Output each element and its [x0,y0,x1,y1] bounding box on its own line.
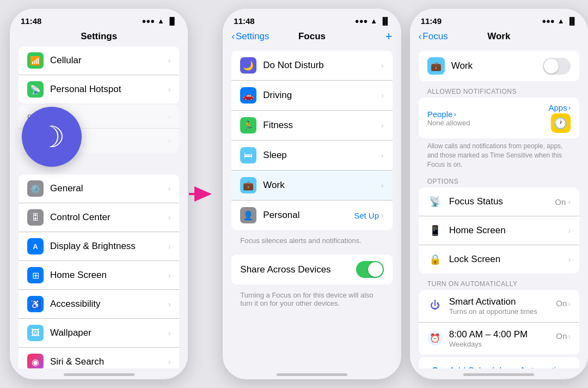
right-wifi-icon: ▲ [558,17,565,25]
share-toggle-switch[interactable] [356,261,384,278]
share-caption: Turning a Focus on for this device will … [223,289,401,313]
cellular-chevron: › [168,56,171,65]
driving-label: Driving [263,90,381,101]
middle-nav-header: ‹ Settings Focus + [223,29,401,46]
schedule-row[interactable]: ⏰ 8:00 AM – 4:00 PM Weekdays On › [419,323,579,355]
personal-row[interactable]: 👤 Personal Set Up › [231,201,392,230]
allowed-section-label: ALLOWED NOTIFICATIONS [410,83,588,98]
smart-right: On › [556,299,571,308]
work-toggle-thumb [544,59,559,74]
arrow-icon [188,185,214,203]
general-icon: ⚙️ [27,180,44,197]
work-focus-row[interactable]: 💼 Work › [231,171,392,201]
smart-activation-label: Smart Activation [449,296,556,307]
mid-wifi-icon: ▲ [370,17,377,25]
control-icon: 🎛 [27,209,44,226]
sleep-label: Sleep [263,150,381,161]
schedule-icon: ⏰ [427,330,443,345]
homescreen-row[interactable]: ⊞ Home Screen › [19,261,179,290]
right-panel: 11:49 ●●● ▲ ▐▌ ‹ Focus Work 💼 Work ALLOW… [410,9,588,379]
smart-activation-row[interactable]: ⏻ Smart Activation Turns on at opportune… [419,290,579,323]
wallpaper-label: Wallpaper [50,328,168,338]
work-focus-label: Work [263,180,381,191]
right-back-button[interactable]: ‹ Focus [419,31,448,42]
right-status-icons: ●●● ▲ ▐▌ [542,17,577,25]
main-settings-group: ⚙️ General › 🎛 Control Center › A Displa… [10,174,188,368]
middle-back-button[interactable]: ‹ Settings [231,31,269,42]
allowed-notif-section: People › None allowed Apps › 🕐 [419,98,579,138]
cellular-icon: 📶 [27,52,44,69]
auto-section: ⏻ Smart Activation Turns on at opportune… [419,290,579,355]
mid-signal-icon: ●●● [355,17,368,25]
siri-label: Siri & Search [50,356,168,367]
control-row[interactable]: 🎛 Control Center › [19,203,179,232]
fitness-row[interactable]: 🏃 Fitness › [231,111,392,141]
home-screen-label: Home Screen [449,225,568,236]
display-row[interactable]: A Display & Brightness › [19,232,179,261]
accessibility-label: Accessibility [50,299,168,310]
general-row[interactable]: ⚙️ General › [19,174,179,203]
focus-circle-icon: ☽ [22,107,82,167]
right-battery-icon: ▐▌ [567,17,577,25]
display-label: Display & Brightness [50,241,168,252]
home-screen-row[interactable]: 📱 Home Screen › [419,216,579,245]
smart-value: On [556,299,567,308]
middle-home-indicator [223,368,401,379]
right-nav-header: ‹ Focus Work [410,29,588,46]
lock-screen-row[interactable]: 🔒 Lock Screen › [419,245,579,274]
siri-row[interactable]: ◉ Siri & Search › [19,348,179,368]
add-schedule-icon: ⊕ [427,363,443,368]
driving-row[interactable]: 🚗 Driving › [231,81,392,111]
right-home-bar [463,373,534,376]
cellular-row[interactable]: 📶 Cellular › [19,46,179,75]
hotspot-chevron: › [168,85,171,94]
apps-chevron: › [568,104,571,112]
middle-time: 11:48 [234,16,254,26]
middle-plus-button[interactable]: + [385,29,393,44]
hotspot-icon: 📡 [27,81,44,98]
allowed-caption: Allow calls and notifications from peopl… [410,141,588,173]
smart-activation-icon: ⏻ [427,298,443,313]
schedule-sub: Weekdays [449,340,556,348]
focus-status-icon: 📡 [427,194,443,209]
work-icon: 💼 [427,57,445,75]
smart-activation-content: Smart Activation Turns on at opportune t… [449,296,556,316]
accessibility-row[interactable]: ♿ Accessibility › [19,290,179,319]
lock-screen-label: Lock Screen [449,254,568,265]
personal-icon: 👤 [240,207,256,223]
schedule-content: 8:00 AM – 4:00 PM Weekdays [449,329,556,348]
wallpaper-row[interactable]: 🖼 Wallpaper › [19,319,179,348]
people-chevron: › [454,110,456,118]
wallpaper-icon: 🖼 [27,325,44,341]
middle-panel: 11:48 ●●● ▲ ▐▌ ‹ Settings Focus + 🌙 Do N… [223,9,401,379]
accessibility-icon: ♿ [27,296,44,312]
sleep-row[interactable]: 🛏 Sleep › [231,141,392,171]
personal-setup[interactable]: Set Up [354,211,379,220]
back-chevron-icon: ‹ [231,31,235,42]
work-focus-icon: 💼 [240,177,256,193]
add-schedule-row[interactable]: ⊕ Add Schedule or Automation [419,357,579,368]
work-toggle[interactable] [543,58,571,75]
donotdisturb-row[interactable]: 🌙 Do Not Disturb › [231,51,392,81]
focus-status-row[interactable]: 📡 Focus Status On › [419,187,579,216]
lock-screen-icon: 🔒 [427,252,443,267]
general-label: General [50,183,168,194]
wifi-icon: ▲ [157,17,164,25]
options-section: 📡 Focus Status On › 📱 Home Screen › 🔒 Lo… [419,187,579,274]
display-icon: A [27,238,44,254]
toggle-thumb [368,262,383,277]
right-signal-icon: ●●● [542,17,555,25]
battery-icon: ▐▌ [167,17,177,25]
apps-col: Apps › 🕐 [548,103,571,133]
left-panel: 11:48 ●●● ▲ ▐▌ Settings 📶 Cellular › 📡 P… [10,9,188,379]
share-toggle-row[interactable]: Share Across Devices [231,254,392,284]
home-screen-icon: 📱 [427,223,443,238]
left-home-indicator [10,368,188,379]
schedule-right: On › [556,331,571,341]
people-label-text: People [427,110,453,119]
mid-battery-icon: ▐▌ [380,17,390,25]
fitness-icon: 🏃 [240,117,256,134]
hotspot-row[interactable]: 📡 Personal Hotspot › [19,75,179,104]
fitness-label: Fitness [263,120,381,131]
people-apps-row[interactable]: People › None allowed Apps › 🕐 [419,98,579,138]
